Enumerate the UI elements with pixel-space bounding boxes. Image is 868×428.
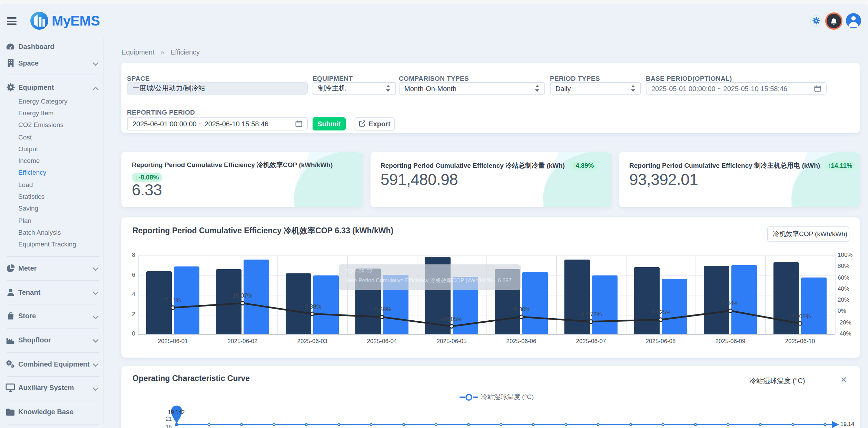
sidebar-subitem-load[interactable]: Load [18,178,33,191]
right-axis-tick: 20% [838,296,849,303]
data-point[interactable] [791,423,794,426]
sidebar-item-meter[interactable]: Meter [0,256,103,280]
line-marker[interactable] [589,320,593,323]
line-marker[interactable] [241,301,244,305]
stat-card-cop: Reporting Period Cumulative Efficiency 冷… [121,152,362,207]
data-point[interactable] [305,423,307,426]
space-input[interactable]: 一度城/公用动力/制冷站 [127,82,308,95]
comparison-select[interactable]: Month-On-Month [399,82,545,95]
space-label: SPACE [127,74,150,82]
shopfloor-icon [6,334,15,346]
sidebar-subitem-income[interactable]: Income [18,155,40,167]
sidebar-subitem-plan[interactable]: Plan [18,214,31,226]
base-period-input[interactable]: 2025-05-01 00:00:00 ~ 2025-05-10 15:58:4… [646,82,827,95]
notifications-button[interactable] [825,12,842,29]
sidebar-subitem-energy-item[interactable]: Energy Item [18,107,53,119]
parameter-select[interactable]: 冷机效率COP (kWh/kWh) [767,226,849,242]
sidebar-item-shopfloor[interactable]: Shopfloor [0,328,103,352]
sidebar-subitem-energy-category[interactable]: Energy Category [18,95,68,107]
line-marker[interactable] [450,324,453,328]
data-point[interactable] [240,423,243,426]
data-point[interactable] [564,423,567,426]
gridline [835,255,836,334]
data-point[interactable] [369,423,372,426]
sidebar-subitem-batch-analysis[interactable]: Batch Analysis [18,226,61,239]
data-point[interactable] [823,423,826,426]
sidebar-subitem-efficiency[interactable]: Efficiency [18,167,46,179]
combined-equipment-icon [6,358,15,369]
y-axis-tick: 4 [121,291,135,298]
gridline [138,334,835,335]
data-point[interactable] [629,423,632,426]
point-value-label: 19.142 [168,409,185,416]
export-button[interactable]: Export [355,117,395,130]
data-point[interactable] [337,423,340,426]
sidebar-item-combined-equipment[interactable]: Combined Equipment [0,352,103,376]
user-avatar[interactable] [846,13,861,28]
line-marker[interactable] [171,306,175,309]
sidebar-item-space[interactable]: Space [0,55,103,71]
data-point[interactable] [434,423,437,426]
close-icon[interactable]: ✕ [840,376,847,384]
sidebar-subitem-saving[interactable]: Saving [18,202,38,214]
sidebar-item-equipment[interactable]: Equipment [0,79,103,95]
reporting-period-label: REPORTING PERIOD [127,108,195,116]
sidebar-item-tenant[interactable]: Tenant [0,280,103,304]
data-point[interactable] [726,423,729,426]
stat-badge: ↑14.11% [824,161,856,171]
line-marker[interactable] [729,309,732,312]
data-point[interactable] [499,423,502,426]
data-point[interactable] [402,423,405,426]
data-point[interactable] [661,423,664,426]
chart-tooltip: 2025-05-02 Base Period Cumulative Effici… [339,264,521,290]
series-tag: 冷站湿球温度 (°C) [749,376,805,386]
line-marker[interactable] [520,315,523,319]
x-axis-label: 2025-06-02 [228,338,258,344]
auxiliary-system-icon [6,382,15,393]
reporting-period-input[interactable]: 2025-06-01 00:00:00 ~ 2025-06-10 15:58:4… [127,117,308,130]
period-types-select[interactable]: Daily [550,82,641,95]
line-marker[interactable] [798,322,802,325]
gear-icon [812,17,820,25]
card-decoration [779,152,860,207]
updown-icon [535,85,540,92]
line-marker[interactable] [659,318,662,321]
y-axis-tick: 0 [121,330,135,337]
line-marker[interactable] [310,312,314,315]
operating-curve-card: Operating Characteristic Curve 冷站湿球温度 (°… [121,366,860,428]
sidebar-item-dashboard[interactable]: Dashboard [0,38,103,55]
sidebar-subitem-co2-emissions[interactable]: CO2 Emissions [18,119,63,131]
hamburger-menu-button[interactable] [7,17,17,25]
chevron-down-icon [92,286,99,298]
meter-icon [6,263,15,274]
brand-name[interactable]: MyEMS [52,13,100,29]
comparison-label: COMPARISON TYPES [399,74,469,82]
data-point[interactable] [694,423,697,426]
data-point[interactable] [207,423,210,426]
operating-legend[interactable]: 冷站湿球温度 (°C) [460,393,534,402]
percent-label: -14.25% [650,309,671,315]
settings-button[interactable] [810,15,822,27]
data-point[interactable] [596,423,599,426]
sidebar-subitem-cost[interactable]: Cost [18,131,32,143]
right-axis-tick: 80% [838,263,849,270]
sidebar-item-auxiliary-system[interactable]: Auxiliary System [0,376,103,400]
sidebar-subitem-statistics[interactable]: Statistics [18,191,45,203]
x-axis-label: 2025-06-10 [785,338,815,344]
data-point[interactable] [467,423,470,426]
submit-button[interactable]: Submit [313,117,346,130]
data-point[interactable] [272,423,275,426]
chevron-down-icon [92,382,99,394]
chevron-down-icon [92,334,99,346]
sidebar-item-store[interactable]: Store [0,304,103,328]
equipment-select[interactable]: 制冷主机 [313,82,396,95]
line-marker[interactable] [380,315,384,319]
sidebar-subitem-equipment-tracking[interactable]: Equipment Tracking [18,238,76,250]
stat-card-cooling: Reporting Period Cumulative Efficiency 冷… [370,152,611,207]
stat-card-power: Reporting Period Cumulative Efficiency 制… [619,152,860,207]
breadcrumb-equipment[interactable]: Equipment [121,48,155,56]
data-point[interactable] [532,423,534,426]
data-point[interactable] [759,423,761,426]
sidebar-subitem-output[interactable]: Output [18,143,38,155]
sidebar-item-knowledge-base[interactable]: Knowledge Base [0,400,103,424]
